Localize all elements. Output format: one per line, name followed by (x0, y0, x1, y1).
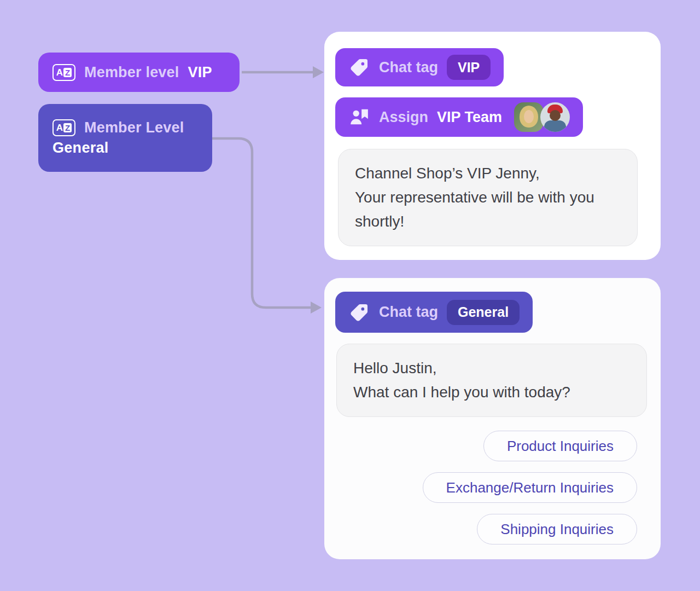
member-level-value: VIP (188, 64, 212, 81)
quick-reply-product-inquiries[interactable]: Product Inquiries (483, 431, 637, 461)
chat-tag-value-pill: General (447, 300, 520, 325)
member-level-general-chip: A Z Member Level General (38, 104, 212, 172)
az-icon: A Z (52, 119, 75, 136)
general-chat-card: Chat tag General Hello Justin, What can … (324, 278, 661, 559)
message-line: What can I help you with today? (353, 380, 630, 404)
assign-user-icon (348, 106, 370, 128)
az-icon: A Z (52, 64, 75, 81)
chat-tag-vip-badge: Chat tag VIP (335, 48, 504, 86)
tag-icon (348, 56, 370, 78)
vip-welcome-message: Channel Shop’s VIP Jenny, Your represent… (338, 149, 638, 246)
az-icon-letter-z: Z (63, 123, 72, 132)
member-level-label: Member Level (84, 119, 184, 136)
assign-vip-team-badge: Assign VIP Team (335, 97, 583, 137)
chat-tag-label: Chat tag (379, 304, 438, 321)
assign-label: Assign (379, 109, 428, 126)
assign-value: VIP Team (437, 109, 502, 126)
chat-tag-general-badge: Chat tag General (335, 292, 533, 333)
az-icon-letter-a: A (56, 68, 63, 77)
az-icon-letter-a: A (56, 123, 63, 132)
chat-tag-value-pill: VIP (447, 55, 491, 80)
assigned-agents (514, 102, 570, 132)
general-welcome-message: Hello Justin, What can I help you with t… (336, 344, 647, 417)
message-line: Hello Justin, (353, 356, 630, 380)
page: A Z Member level VIP A Z Member Level Ge… (0, 0, 700, 591)
message-line: Channel Shop’s VIP Jenny, (355, 161, 621, 186)
arrow-right-head (311, 302, 322, 314)
male-agent-avatar (540, 102, 570, 132)
quick-reply-shipping-inquiries[interactable]: Shipping Inquiries (477, 514, 637, 544)
member-level-value: General (52, 140, 109, 157)
female-agent-avatar (514, 102, 544, 132)
vip-chat-card: Chat tag VIP Assign VIP Team Channel Sho… (324, 32, 661, 260)
member-level-vip-chip: A Z Member level VIP (38, 53, 240, 92)
tag-icon (348, 302, 370, 323)
arrow-right-head (313, 66, 324, 78)
chat-tag-label: Chat tag (379, 59, 438, 76)
member-level-label: Member level (84, 64, 179, 81)
quick-reply-exchange-return-inquiries[interactable]: Exchange/Return Inquiries (423, 472, 637, 503)
quick-reply-list: Product Inquiries Exchange/Return Inquir… (335, 431, 650, 544)
general-flow-line (212, 138, 311, 308)
message-line: Your representative will be with you sho… (355, 186, 621, 234)
az-icon-letter-z: Z (63, 68, 72, 77)
